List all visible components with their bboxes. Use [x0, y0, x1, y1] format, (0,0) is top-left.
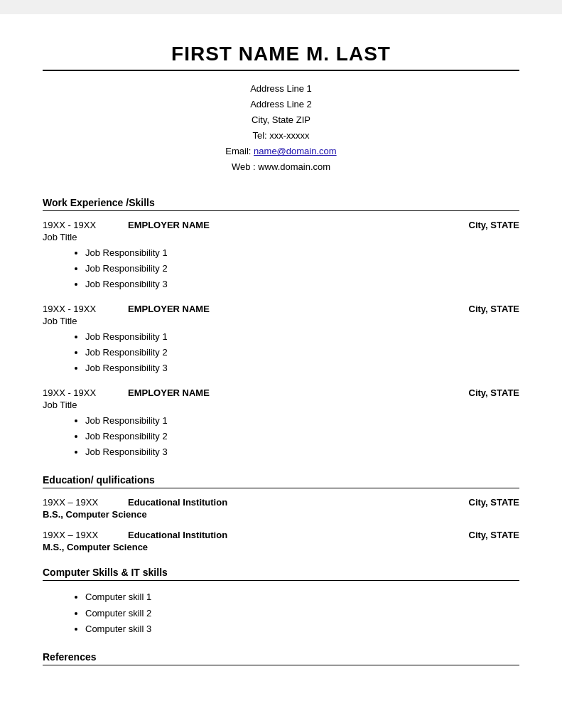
edu-city-1: City, STATE — [469, 497, 520, 508]
resume-name: FIRST NAME M. LAST — [43, 43, 519, 71]
job-responsibilities-2: Job Responsibility 1Job Responsibility 2… — [43, 329, 519, 376]
job-entry-3: 19XX - 19XXEMPLOYER NAMECity, STATEJob T… — [43, 387, 519, 460]
work-experience-header: Work Experience /Skills — [43, 197, 519, 211]
computer-skill-3: Computer skill 3 — [85, 621, 519, 637]
references-section: References — [43, 651, 519, 665]
job-employer-1: EMPLOYER NAME — [128, 220, 210, 230]
job-city-1: City, STATE — [469, 220, 520, 230]
job-responsibilities-3: Job Responsibility 1Job Responsibility 2… — [43, 413, 519, 460]
tel: Tel: xxx-xxxxx — [43, 128, 519, 144]
edu-institution-1: Educational Institution — [128, 497, 227, 508]
job-resp-2-3: Job Responsibility 3 — [85, 360, 519, 376]
computer-skill-2: Computer skill 2 — [85, 606, 519, 621]
job-title-2: Job Title — [43, 316, 519, 326]
job-entry-1: 19XX - 19XXEMPLOYER NAMECity, STATEJob T… — [43, 220, 519, 292]
edu-institution-2: Educational Institution — [128, 530, 227, 540]
education-section: Education/ qulifications 19XX – 19XXEduc… — [43, 474, 519, 552]
education-header: Education/ qulifications — [43, 474, 519, 488]
job-city-2: City, STATE — [469, 304, 520, 314]
job-resp-3-2: Job Responsibility 2 — [85, 429, 519, 444]
job-resp-1-1: Job Responsibility 1 — [85, 245, 519, 261]
job-resp-3-1: Job Responsibility 1 — [85, 413, 519, 429]
computer-skill-1: Computer skill 1 — [85, 589, 519, 605]
job-resp-1-2: Job Responsibility 2 — [85, 261, 519, 277]
edu-degree-1: B.S., Computer Science — [43, 509, 519, 520]
job-responsibilities-1: Job Responsibility 1Job Responsibility 2… — [43, 245, 519, 292]
edu-entry-1: 19XX – 19XXEducational InstitutionCity, … — [43, 497, 519, 520]
job-dates-1: 19XX - 19XX — [43, 220, 128, 230]
web: Web : www.domain.com — [43, 159, 519, 175]
job-dates-3: 19XX - 19XX — [43, 387, 128, 398]
work-experience-section: Work Experience /Skills 19XX - 19XXEMPLO… — [43, 197, 519, 461]
job-resp-2-1: Job Responsibility 1 — [85, 329, 519, 345]
job-line-2: 19XX - 19XXEMPLOYER NAMECity, STATE — [43, 304, 519, 314]
job-line-3: 19XX - 19XXEMPLOYER NAMECity, STATE — [43, 387, 519, 398]
job-entry-2: 19XX - 19XXEMPLOYER NAMECity, STATEJob T… — [43, 304, 519, 376]
edu-dates-2: 19XX – 19XX — [43, 530, 128, 540]
city-state-zip: City, State ZIP — [43, 112, 519, 128]
email-link[interactable]: name@domain.com — [254, 146, 337, 156]
references-header: References — [43, 651, 519, 665]
job-employer-3: EMPLOYER NAME — [128, 387, 210, 398]
job-resp-1-3: Job Responsibility 3 — [85, 277, 519, 292]
address-line2: Address Line 2 — [43, 97, 519, 112]
job-title-1: Job Title — [43, 232, 519, 242]
email-line: Email: name@domain.com — [43, 144, 519, 159]
job-resp-2-2: Job Responsibility 2 — [85, 345, 519, 360]
job-resp-3-3: Job Responsibility 3 — [85, 444, 519, 460]
job-city-3: City, STATE — [469, 387, 520, 398]
address-line1: Address Line 1 — [43, 81, 519, 97]
computer-skills-section: Computer Skills & IT skills Computer ski… — [43, 567, 519, 636]
computer-skills-header: Computer Skills & IT skills — [43, 567, 519, 581]
job-title-3: Job Title — [43, 400, 519, 410]
edu-city-2: City, STATE — [469, 530, 520, 540]
edu-dates-1: 19XX – 19XX — [43, 497, 128, 508]
edu-entry-2: 19XX – 19XXEducational InstitutionCity, … — [43, 530, 519, 552]
job-dates-2: 19XX - 19XX — [43, 304, 128, 314]
job-employer-2: EMPLOYER NAME — [128, 304, 210, 314]
skills-list: Computer skill 1Computer skill 2Computer… — [43, 589, 519, 636]
job-line-1: 19XX - 19XXEMPLOYER NAMECity, STATE — [43, 220, 519, 230]
email-label: Email: — [225, 146, 254, 156]
edu-degree-2: M.S., Computer Science — [43, 542, 519, 552]
contact-info: Address Line 1 Address Line 2 City, Stat… — [43, 81, 519, 176]
resume-page: FIRST NAME M. LAST Address Line 1 Addres… — [0, 14, 562, 728]
